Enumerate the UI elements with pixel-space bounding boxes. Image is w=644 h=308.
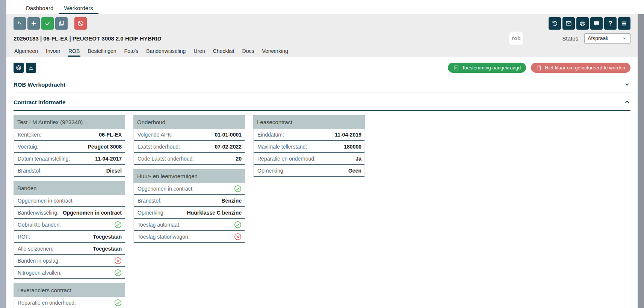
status-label: Status — [562, 35, 578, 42]
tab-uren[interactable]: Uren — [193, 46, 206, 57]
row-label: Bandenwisseling: — [18, 210, 59, 216]
menu-icon — [621, 20, 628, 27]
row-label: Opgenomen in contract — [18, 198, 73, 204]
add-button[interactable] — [27, 17, 40, 30]
workorder-title: 20250183 | 06-FL-EX | PEUGEOT 3008 2.0 H… — [14, 35, 162, 42]
row-value: Diesel — [106, 168, 122, 174]
section-contract-informatie[interactable]: Contract informatie — [14, 99, 630, 111]
contract-row-reparatie-en-onderhoud: Reparatie en onderhoud: — [14, 297, 125, 308]
header-action-buttons: ? — [547, 17, 630, 30]
status-badges: Toestemming aangevraagd Niet klaar om ge… — [448, 63, 630, 73]
status-dropdown[interactable]: Afspraak — [584, 33, 630, 44]
tab-bandenwisseling[interactable]: Bandenwisseling — [145, 46, 186, 57]
download-button[interactable] — [26, 63, 36, 73]
contract-row-opmerking: Opmerking:Huurklasse C benzine — [134, 207, 245, 219]
vertical-scrollbar[interactable] — [638, 14, 644, 308]
x-circle-icon — [114, 257, 122, 264]
card-title: Leasecontract — [253, 115, 365, 129]
tab-algemeen[interactable]: Algemeen — [14, 46, 39, 57]
row-label: Maximale tellerstand: — [257, 144, 307, 150]
header-band: ? 20250183 | 06-FL-EX | PEUGEOT 3008 2.0… — [6, 14, 638, 57]
row-value: Benzine — [221, 198, 242, 204]
tab-invoer[interactable]: Invoer — [45, 46, 61, 57]
chat-icon — [593, 20, 600, 27]
confirm-button[interactable] — [41, 17, 54, 30]
badge-label: Niet klaar om gefactureerd te worden — [545, 65, 625, 71]
row-label: Opmerking: — [138, 210, 165, 216]
mail-button[interactable] — [562, 17, 575, 30]
top-tab-dashboard[interactable]: Dashboard — [21, 2, 59, 14]
chat-button[interactable] — [590, 17, 603, 30]
card-column: OnderhoudVolgende APK:01-01-0001Laatst o… — [133, 115, 245, 243]
back-button[interactable] — [14, 17, 26, 30]
row-label: Nitrogeen afvullen: — [18, 270, 62, 276]
contract-row-opgenomen-in-contract: Opgenomen in contract — [14, 195, 125, 207]
contract-row-kenteken: Kenteken:06-FL-EX — [14, 129, 125, 141]
contract-row-toeslag-stationwagon: Toeslag stationwagon: — [134, 231, 245, 243]
row-label: Brandstof: — [18, 168, 42, 174]
row-value: 11-04-2019 — [335, 132, 361, 138]
contract-row-volgende-apk: Volgende APK:01-01-0001 — [134, 129, 245, 141]
permission-requested-badge: Toestemming aangevraagd — [448, 63, 526, 73]
target-icon — [15, 65, 22, 71]
download-icon — [28, 65, 34, 71]
row-label: Toeslag stationwagon: — [138, 234, 190, 240]
printer-icon — [579, 20, 586, 27]
row-label: Gebruikte banden: — [18, 222, 61, 228]
help-icon: ? — [608, 20, 612, 27]
copy-icon — [58, 20, 65, 27]
card-leveranciers-contract: Leveranciers contractReparatie en onderh… — [14, 283, 125, 308]
row-label: Alle seizoenen: — [18, 246, 53, 252]
row-value: Opgenomen in contract — [63, 210, 122, 216]
row-label: Voertuig: — [18, 144, 38, 150]
print-button[interactable] — [576, 17, 589, 30]
tab-docs[interactable]: Docs — [242, 46, 255, 57]
tab-verwerking[interactable]: Verwerking — [261, 46, 289, 57]
check-circle-icon — [114, 269, 122, 276]
tab-foto-s[interactable]: Foto's — [124, 46, 139, 57]
target-view-button[interactable] — [14, 63, 24, 73]
contract-row-brandstof: Brandstof:Diesel — [14, 165, 125, 177]
chevron-down-icon[interactable] — [624, 81, 630, 88]
contract-row-code-laatst-onderhoud: Code Laatst onderhoud:20 — [134, 153, 245, 165]
cancel-button[interactable] — [74, 17, 87, 30]
row-value: Toegestaan — [93, 234, 122, 240]
card-title: Banden — [14, 181, 125, 195]
contract-row-voertuig: Voertuig:Peugeot 3008 — [14, 141, 125, 153]
tab-checklist[interactable]: Checklist — [212, 46, 235, 57]
rob-tab-content: Toestemming aangevraagd Niet klaar om ge… — [6, 57, 638, 308]
history-icon — [551, 20, 558, 27]
check-circle-icon — [234, 185, 242, 192]
contract-row-rof: ROF:Toegestaan — [14, 231, 125, 243]
badge-label: Toestemming aangevraagd — [462, 65, 521, 71]
section-rob-werkopdracht[interactable]: ROB Werkopdracht — [14, 81, 630, 93]
row-label: Laatst onderhoud: — [138, 144, 180, 150]
top-tab-werkorders[interactable]: Werkorders — [59, 2, 98, 14]
row-value: 07-02-2022 — [215, 144, 242, 150]
tab-rob[interactable]: ROB — [68, 46, 80, 57]
x-circle-icon — [234, 233, 242, 240]
card-column: Test LM Autoflex (923340)Kenteken:06-FL-… — [14, 115, 125, 308]
row-label: Code Laatst onderhoud: — [138, 156, 194, 162]
chevron-up-icon[interactable] — [624, 99, 630, 105]
top-nav: Dashboard Werkorders — [6, 0, 638, 14]
help-button[interactable]: ? — [604, 17, 617, 30]
window-left-strip — [0, 0, 6, 308]
history-button[interactable] — [549, 17, 561, 30]
copy-button[interactable] — [55, 17, 68, 30]
contract-row-datum-tenaamstelling: Datum tenaamstelling:11-04-2017 — [14, 153, 125, 165]
mail-icon — [565, 20, 572, 27]
menu-button[interactable] — [618, 17, 630, 30]
row-value: 06-FL-EX — [99, 132, 122, 138]
tab-bestellingen[interactable]: Bestellingen — [87, 46, 117, 57]
row-label: Datum tenaamstelling: — [18, 156, 70, 162]
card-title: Onderhoud — [133, 115, 245, 129]
contract-row-alle-seizoenen: Alle seizoenen:Toegestaan — [14, 243, 125, 255]
check-circle-icon — [114, 221, 122, 228]
plus-icon — [30, 20, 37, 27]
row-label: ROF: — [18, 234, 30, 240]
row-value: Peugeot 3008 — [88, 144, 122, 150]
rob-logo: rob — [509, 32, 523, 45]
row-value: Geen — [348, 168, 361, 174]
row-value: 01-01-0001 — [215, 132, 242, 138]
